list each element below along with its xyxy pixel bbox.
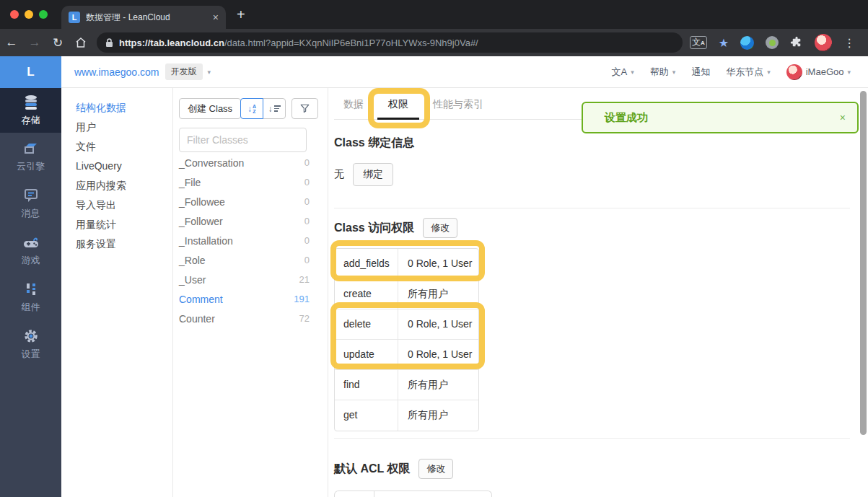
region-menu[interactable]: 华东节点 ▾: [722, 66, 775, 79]
sidebar-item-label: 云引擎: [17, 160, 45, 173]
filter-classes-input[interactable]: [179, 128, 307, 152]
cloud-engine-icon: [22, 140, 40, 157]
bind-button[interactable]: 绑定: [353, 163, 393, 186]
browser-menu-icon[interactable]: ⋮: [843, 36, 855, 50]
submenu-item-files[interactable]: 文件: [61, 137, 172, 157]
binding-empty-label: 无: [334, 168, 344, 181]
leancloud-logo[interactable]: L: [0, 56, 61, 88]
sidebar-item-game[interactable]: 游戏: [0, 226, 61, 273]
chevron-down-icon: ▾: [631, 69, 634, 76]
home-icon[interactable]: [69, 36, 92, 49]
browser-toolbar: ← → ↻ https://tab.leancloud.cn/data.html…: [0, 29, 868, 56]
section-divider: [334, 208, 850, 208]
default-acl-section-title: 默认 ACL 权限 修改: [334, 459, 453, 479]
class-name: _User: [179, 274, 299, 286]
message-icon: [22, 187, 40, 204]
class-count: 0: [304, 177, 310, 188]
url-bar[interactable]: https://tab.leancloud.cn/data.html?appid…: [97, 32, 683, 53]
help-label: 帮助: [650, 66, 669, 79]
sidebar-item-storage[interactable]: 存储: [0, 88, 61, 133]
back-icon[interactable]: ←: [0, 35, 23, 50]
sidebar-item-label: 设置: [22, 348, 40, 361]
submenu-item-in-app-search[interactable]: 应用内搜索: [61, 176, 172, 195]
class-list-item[interactable]: _Follower 0: [173, 211, 328, 231]
bookmark-star-icon[interactable]: ★: [719, 36, 729, 50]
filter-button[interactable]: [291, 98, 318, 119]
edit-default-acl-button[interactable]: 修改: [418, 459, 453, 479]
class-count: 0: [304, 196, 310, 207]
tab-permissions[interactable]: 权限: [388, 88, 408, 120]
gamepad-icon: [22, 234, 40, 251]
sidebar-item-settings[interactable]: 设置: [0, 320, 61, 367]
acl-value: 0 Role, 1 User: [398, 249, 478, 278]
new-tab-button[interactable]: +: [237, 6, 245, 23]
tab-title: 数据管理 - LeanCloud: [86, 12, 209, 24]
submenu-item-livequery[interactable]: LiveQuery: [61, 157, 172, 176]
submenu-item-usage-stats[interactable]: 用量统计: [61, 215, 172, 234]
region-label: 华东节点: [726, 66, 763, 79]
chevron-down-icon: ▾: [847, 69, 851, 76]
class-list-item[interactable]: Counter 72: [173, 309, 328, 328]
class-name: Counter: [179, 313, 299, 325]
traffic-close-button[interactable]: [10, 10, 19, 19]
sort-alpha-button[interactable]: ↓ AZ: [240, 98, 263, 119]
sidebar-item-label: 存储: [22, 114, 40, 127]
table-row: add_fields 0 Role, 1 User: [335, 249, 478, 279]
table-row: find 所有用户: [335, 370, 478, 400]
class-name: _Follower: [179, 216, 304, 227]
class-list-item[interactable]: _File 0: [173, 172, 328, 192]
table-row: create 所有用户: [335, 279, 478, 309]
forward-icon[interactable]: →: [23, 35, 46, 50]
extension-globe-icon[interactable]: [740, 36, 754, 50]
acl-key: add_fields: [335, 249, 398, 278]
class-count: 0: [304, 157, 310, 168]
extension-circle-icon[interactable]: [766, 36, 779, 49]
chevron-down-icon: ▾: [767, 69, 771, 76]
tab-performance-index[interactable]: 性能与索引: [433, 88, 483, 120]
submenu-item-import-export[interactable]: 导入导出: [61, 195, 172, 215]
sidebar-item-engine[interactable]: 云引擎: [0, 133, 61, 180]
browser-tab[interactable]: L 数据管理 - LeanCloud ×: [61, 6, 226, 29]
submenu-item-service-settings[interactable]: 服务设置: [61, 234, 172, 254]
submenu-item-structured-data[interactable]: 结构化数据: [61, 98, 172, 118]
class-name: _Followee: [179, 196, 304, 208]
user-menu[interactable]: iMaeGoo ▾: [782, 64, 855, 80]
class-list-item[interactable]: _Installation 0: [173, 231, 328, 250]
help-menu[interactable]: 帮助 ▾: [646, 66, 680, 79]
sidebar-item-messaging[interactable]: 消息: [0, 180, 61, 226]
class-count: 0: [304, 216, 310, 226]
reload-icon[interactable]: ↻: [46, 35, 69, 50]
tab-data[interactable]: 数据: [343, 88, 364, 120]
tab-close-icon[interactable]: ×: [213, 12, 219, 23]
extensions-puzzle-icon[interactable]: [790, 36, 803, 49]
traffic-minimize-button[interactable]: [25, 10, 33, 19]
notifications-link[interactable]: 通知: [687, 66, 714, 79]
app-switch-caret-icon[interactable]: ▾: [208, 69, 211, 76]
language-menu[interactable]: 文A ▾: [607, 66, 638, 79]
class-list-item[interactable]: _Followee 0: [173, 192, 328, 211]
traffic-zoom-button[interactable]: [39, 10, 48, 19]
acl-key: get: [335, 400, 398, 431]
class-count: 21: [299, 274, 310, 285]
toast-close-icon[interactable]: ×: [840, 112, 846, 123]
create-class-button[interactable]: 创建 Class: [179, 98, 241, 119]
edit-acl-button[interactable]: 修改: [423, 218, 457, 238]
sidebar-item-label: 消息: [22, 207, 40, 220]
sidebar-item-components[interactable]: 组件: [0, 273, 61, 320]
browser-profile-avatar[interactable]: [815, 34, 832, 51]
sort-count-button[interactable]: ↓: [263, 98, 286, 119]
class-list-item-selected[interactable]: Comment 191: [173, 289, 328, 309]
acl-value: 0 Role, 1 User: [398, 309, 478, 339]
submenu-item-users[interactable]: 用户: [61, 118, 172, 137]
translate-icon[interactable]: 文A: [690, 36, 707, 49]
class-list-item[interactable]: _User 21: [173, 270, 328, 289]
class-list-item[interactable]: _Conversation 0: [173, 153, 328, 172]
app-domain-link[interactable]: www.imaegoo.com: [74, 66, 159, 78]
url-path: /data.html?appid=KXqnNiIP6eBni1P77oHLYWx…: [224, 38, 478, 48]
acl-value: 所有用户: [398, 400, 478, 431]
class-list-item[interactable]: _Role 0: [173, 250, 328, 270]
acl-key: create: [335, 279, 398, 309]
acl-key: delete: [335, 309, 398, 339]
page-scrollbar[interactable]: [860, 91, 867, 435]
class-count: 72: [299, 313, 310, 324]
